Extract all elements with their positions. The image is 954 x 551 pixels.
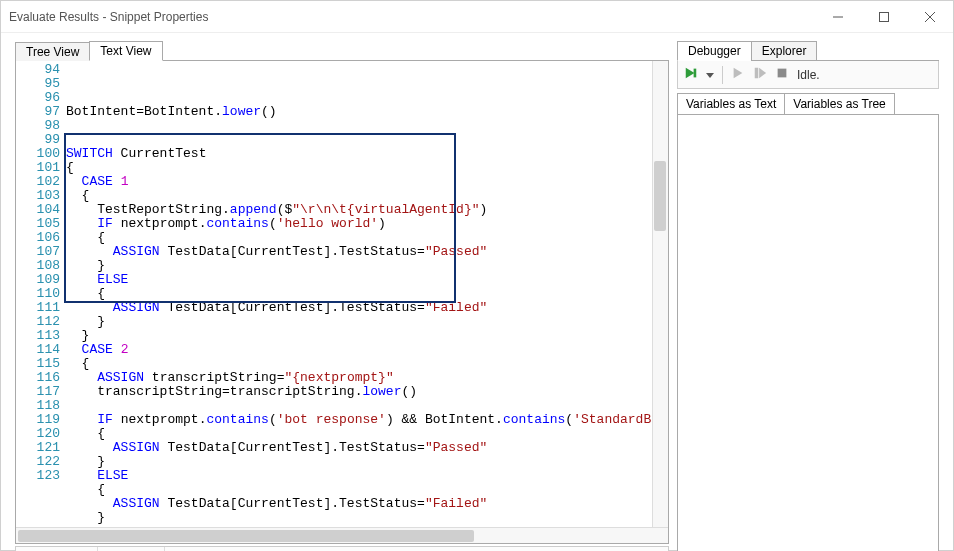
main-split: Tree View Text View 94959697989910010110… xyxy=(15,39,939,551)
code-line: { xyxy=(66,161,668,175)
debug-start-icon[interactable] xyxy=(684,66,698,83)
tab-explorer[interactable]: Explorer xyxy=(751,41,818,61)
svg-rect-15 xyxy=(755,68,759,79)
minimize-button[interactable] xyxy=(815,1,861,33)
svg-marker-11 xyxy=(686,68,695,79)
tab-variables-text[interactable]: Variables as Text xyxy=(677,93,785,115)
horizontal-scrollbar-thumb[interactable] xyxy=(18,530,474,542)
code-line: ELSE xyxy=(66,273,668,287)
dropdown-arrow-icon[interactable] xyxy=(706,68,714,82)
code-line: CASE 1 xyxy=(66,175,668,189)
code-line: } xyxy=(66,329,668,343)
maximize-button[interactable] xyxy=(861,1,907,33)
code-line: } xyxy=(66,455,668,469)
code-line: ASSIGN TestData[CurrentTest].TestStatus=… xyxy=(66,301,668,315)
titlebar: Evaluate Results - Snippet Properties xyxy=(1,1,953,33)
editor-tabstrip: Tree View Text View xyxy=(15,39,669,61)
code-line: { xyxy=(66,231,668,245)
code-line: IF nextprompt.contains('bot response') &… xyxy=(66,413,668,427)
code-line: SWITCH CurrentTest xyxy=(66,147,668,161)
code-line: ASSIGN TestData[CurrentTest].TestStatus=… xyxy=(66,245,668,259)
code-line: IF nextprompt.contains('hello world') xyxy=(66,217,668,231)
debugger-status: Idle. xyxy=(797,68,820,82)
code-line: transcriptString=transcriptString.lower(… xyxy=(66,385,668,399)
code-line: BotIntent=BotIntent.lower() xyxy=(66,105,668,119)
code-line: ASSIGN TestData[CurrentTest].TestStatus=… xyxy=(66,497,668,511)
code-line: CASE 2 xyxy=(66,343,668,357)
svg-rect-12 xyxy=(694,69,697,78)
code-line: ASSIGN transcriptString="{nextprompt}" xyxy=(66,371,668,385)
right-tabstrip: Debugger Explorer xyxy=(677,39,939,61)
svg-marker-16 xyxy=(759,68,766,79)
window-buttons xyxy=(815,1,953,33)
window: Evaluate Results - Snippet Properties Tr… xyxy=(0,0,954,551)
variables-tabstrip: Variables as Text Variables as Tree xyxy=(677,93,939,115)
code-line: { xyxy=(66,427,668,441)
debug-step-icon[interactable] xyxy=(753,66,767,83)
status-line: LINE: 199 xyxy=(16,547,98,551)
vertical-scrollbar[interactable] xyxy=(652,61,668,527)
code-line: TestReportString.append($"\r\n\t{virtual… xyxy=(66,203,668,217)
svg-marker-14 xyxy=(734,68,743,79)
left-pane: Tree View Text View 94959697989910010110… xyxy=(15,39,669,551)
code-line: { xyxy=(66,189,668,203)
debug-stop-icon[interactable] xyxy=(775,66,789,83)
code-line xyxy=(66,119,668,133)
tab-variables-tree[interactable]: Variables as Tree xyxy=(784,93,895,115)
editor-statusbar: LINE: 199 COL: 6 </> </> xyxy=(15,546,669,551)
code-line: { xyxy=(66,483,668,497)
debug-continue-icon[interactable] xyxy=(731,66,745,83)
code-text[interactable]: BotIntent=BotIntent.lower()SWITCH Curren… xyxy=(64,61,668,527)
right-pane: Debugger Explorer Idle. Variables as Tex… xyxy=(677,39,939,551)
code-line: } xyxy=(66,511,668,525)
variables-panel[interactable] xyxy=(677,114,939,551)
code-line: { xyxy=(66,287,668,301)
code-line xyxy=(66,133,668,147)
code-line: { xyxy=(66,357,668,371)
editor: 9495969798991001011021031041051061071081… xyxy=(15,61,669,544)
debugger-toolbar: Idle. xyxy=(677,61,939,89)
code-line xyxy=(66,399,668,413)
toolbar-separator xyxy=(722,66,723,84)
dialog-body: Tree View Text View 94959697989910010110… xyxy=(1,33,953,551)
code-line: ELSE xyxy=(66,469,668,483)
tab-debugger[interactable]: Debugger xyxy=(677,41,752,61)
line-number-gutter: 9495969798991001011021031041051061071081… xyxy=(16,61,64,527)
code-line: ASSIGN TestData[CurrentTest].TestStatus=… xyxy=(66,441,668,455)
svg-rect-17 xyxy=(778,69,787,78)
close-button[interactable] xyxy=(907,1,953,33)
window-title: Evaluate Results - Snippet Properties xyxy=(9,10,815,24)
code-area[interactable]: 9495969798991001011021031041051061071081… xyxy=(16,61,668,527)
svg-marker-13 xyxy=(706,73,714,78)
code-line: } xyxy=(66,259,668,273)
svg-rect-1 xyxy=(880,12,889,21)
code-line: } xyxy=(66,315,668,329)
vertical-scrollbar-thumb[interactable] xyxy=(654,161,666,231)
tab-text-view[interactable]: Text View xyxy=(89,41,162,61)
horizontal-scrollbar[interactable] xyxy=(16,527,668,543)
tab-tree-view[interactable]: Tree View xyxy=(15,42,90,61)
status-col: COL: 6 xyxy=(98,547,165,551)
